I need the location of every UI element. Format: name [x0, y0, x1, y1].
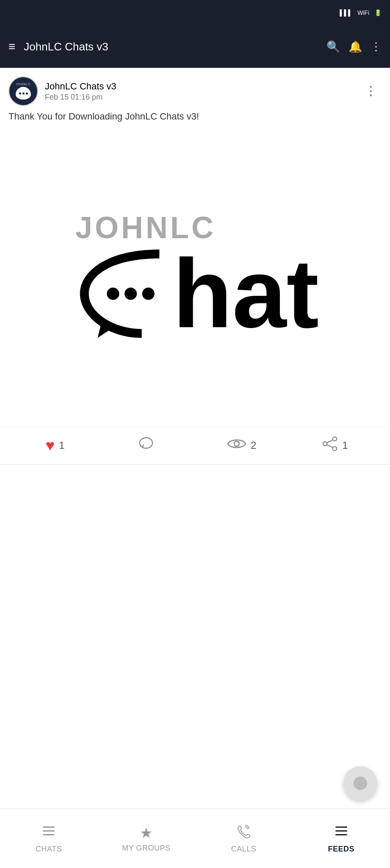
- share-count: 1: [342, 440, 348, 451]
- calls-nav-icon: [236, 823, 252, 842]
- nav-item-calls[interactable]: CALLS: [195, 809, 293, 868]
- wifi-icon: WiFi: [357, 9, 369, 16]
- svg-point-1: [124, 287, 137, 300]
- mygroups-nav-label: MY GROUPS: [122, 844, 170, 853]
- logo-hat-text: hat: [173, 245, 319, 342]
- chat-bubble-svg: [71, 241, 177, 347]
- logo-container: JOHNLC hat: [71, 210, 319, 347]
- avatar-dot: [19, 92, 21, 95]
- svg-line-9: [327, 445, 333, 448]
- nav-bar: ≡ JohnLC Chats v3 🔍 🔔 ⋮: [0, 25, 390, 68]
- comment-icon: [138, 436, 154, 456]
- svg-rect-14: [335, 826, 347, 828]
- avatar-dots: [19, 92, 28, 95]
- svg-rect-13: [43, 834, 55, 835]
- post-actions: ♥ 1: [0, 427, 390, 464]
- logo-chat-row: hat: [71, 241, 319, 347]
- chats-nav-label: CHATS: [36, 845, 62, 854]
- post-date: Feb 15 01:16 pm: [45, 93, 360, 102]
- post-header: JOHNLC JohnLC Chats v3 Feb 15 01:16 pm ⋮: [0, 68, 390, 110]
- svg-line-8: [327, 440, 333, 443]
- status-bar-icons: ▌▌▌ WiFi 🔋: [340, 9, 382, 16]
- svg-rect-16: [335, 834, 347, 835]
- search-icon[interactable]: 🔍: [326, 40, 340, 53]
- feeds-nav-icon: [334, 823, 349, 842]
- nav-item-mygroups[interactable]: ★ MY GROUPS: [97, 809, 195, 868]
- avatar: JOHNLC: [8, 76, 38, 106]
- menu-icon[interactable]: ≡: [8, 40, 15, 53]
- avatar-inner: JOHNLC: [9, 77, 37, 105]
- more-options-icon[interactable]: ⋮: [371, 40, 382, 53]
- svg-rect-15: [335, 830, 347, 832]
- share-action[interactable]: 1: [288, 436, 382, 456]
- status-bar: ▌▌▌ WiFi 🔋: [0, 0, 390, 25]
- svg-point-2: [142, 287, 155, 300]
- chats-nav-icon: [41, 823, 56, 842]
- svg-point-3: [140, 438, 152, 448]
- calls-nav-label: CALLS: [231, 845, 257, 854]
- like-count: 1: [59, 440, 64, 451]
- post-card: JOHNLC JohnLC Chats v3 Feb 15 01:16 pm ⋮: [0, 68, 390, 465]
- svg-rect-11: [43, 826, 55, 828]
- view-action[interactable]: 2: [195, 437, 288, 454]
- post-text: Thank You for Downloading JohnLC Chats v…: [0, 110, 390, 130]
- battery-icon: 🔋: [374, 9, 382, 16]
- svg-point-6: [333, 446, 337, 451]
- notification-icon[interactable]: 🔔: [349, 40, 362, 53]
- fab-button[interactable]: [343, 766, 377, 800]
- mygroups-nav-icon: ★: [140, 824, 152, 841]
- fab-icon: [353, 776, 368, 791]
- nav-item-feeds[interactable]: FEEDS: [293, 809, 390, 868]
- post-author: JohnLC Chats v3: [45, 81, 360, 92]
- content-area: JOHNLC JohnLC Chats v3 Feb 15 01:16 pm ⋮: [0, 68, 390, 524]
- post-options-button[interactable]: ⋮: [360, 84, 382, 98]
- post-meta: JohnLC Chats v3 Feb 15 01:16 pm: [45, 81, 360, 102]
- like-action[interactable]: ♥ 1: [8, 437, 102, 454]
- svg-point-10: [354, 776, 367, 790]
- svg-point-4: [234, 441, 239, 446]
- signal-icon: ▌▌▌: [340, 9, 352, 16]
- heart-icon: ♥: [46, 437, 55, 454]
- feeds-nav-label: FEEDS: [328, 845, 355, 854]
- avatar-dot: [22, 92, 25, 95]
- eye-icon: [227, 437, 246, 454]
- svg-point-0: [107, 287, 119, 300]
- avatar-bubble: [16, 87, 31, 100]
- view-count: 2: [251, 440, 256, 451]
- nav-actions: 🔍 🔔 ⋮: [326, 40, 382, 53]
- nav-title: JohnLC Chats v3: [24, 40, 318, 53]
- comment-action[interactable]: [102, 436, 195, 456]
- bottom-nav: CHATS ★ MY GROUPS CALLS FEEDS: [0, 809, 390, 868]
- svg-point-7: [323, 442, 327, 446]
- share-icon: [322, 436, 338, 456]
- post-image: JOHNLC hat: [0, 130, 390, 427]
- svg-point-5: [333, 437, 337, 441]
- nav-item-chats[interactable]: CHATS: [0, 809, 97, 868]
- avatar-dot: [26, 92, 28, 95]
- svg-rect-12: [43, 830, 55, 832]
